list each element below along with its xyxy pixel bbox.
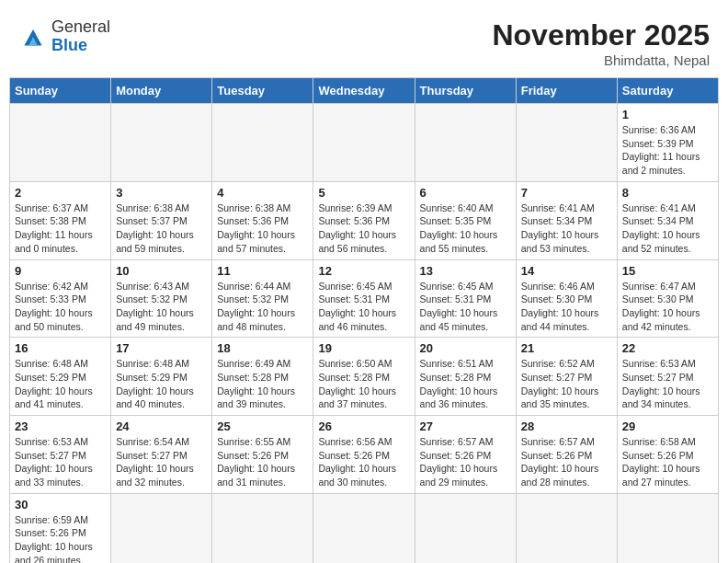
day-info: Sunrise: 6:41 AM Sunset: 5:34 PM Dayligh…	[521, 201, 612, 256]
calendar-day-cell: 29Sunrise: 6:58 AM Sunset: 5:26 PM Dayli…	[617, 416, 718, 494]
calendar-week-row: 16Sunrise: 6:48 AM Sunset: 5:29 PM Dayli…	[10, 338, 719, 416]
calendar-day-cell	[10, 104, 111, 182]
day-number: 22	[622, 341, 713, 355]
day-number: 7	[521, 186, 612, 200]
day-info: Sunrise: 6:42 AM Sunset: 5:33 PM Dayligh…	[15, 280, 106, 334]
logo-icon	[18, 22, 48, 52]
calendar-day-cell	[212, 493, 313, 563]
day-info: Sunrise: 6:52 AM Sunset: 5:27 PM Dayligh…	[521, 357, 612, 411]
calendar-day-cell: 23Sunrise: 6:53 AM Sunset: 5:27 PM Dayli…	[10, 416, 111, 494]
day-number: 9	[15, 264, 106, 278]
calendar-week-row: 1Sunrise: 6:36 AM Sunset: 5:39 PM Daylig…	[10, 104, 719, 182]
calendar-day-cell: 16Sunrise: 6:48 AM Sunset: 5:29 PM Dayli…	[10, 338, 111, 416]
day-info: Sunrise: 6:41 AM Sunset: 5:34 PM Dayligh…	[622, 201, 713, 256]
day-number: 30	[15, 498, 106, 511]
day-number: 29	[622, 419, 713, 433]
title-block: November 2025 Bhimdatta, Nepal	[492, 18, 710, 68]
calendar-day-cell: 21Sunrise: 6:52 AM Sunset: 5:27 PM Dayli…	[516, 338, 617, 416]
calendar-day-cell: 1Sunrise: 6:36 AM Sunset: 5:39 PM Daylig…	[617, 104, 718, 182]
day-number: 16	[15, 341, 106, 355]
calendar-day-cell: 11Sunrise: 6:44 AM Sunset: 5:32 PM Dayli…	[212, 259, 313, 338]
logo-text: General Blue	[51, 18, 110, 55]
page-header: General Blue November 2025 Bhimdatta, Ne…	[9, 9, 719, 73]
calendar-day-cell	[516, 493, 617, 563]
day-number: 11	[217, 264, 308, 278]
day-number: 20	[420, 341, 511, 355]
day-number: 19	[318, 341, 409, 355]
calendar-day-cell: 30Sunrise: 6:59 AM Sunset: 5:26 PM Dayli…	[10, 493, 111, 563]
calendar-day-cell: 4Sunrise: 6:38 AM Sunset: 5:36 PM Daylig…	[212, 181, 313, 259]
calendar-day-cell: 5Sunrise: 6:39 AM Sunset: 5:36 PM Daylig…	[313, 181, 415, 259]
calendar-day-cell: 12Sunrise: 6:45 AM Sunset: 5:31 PM Dayli…	[313, 259, 415, 338]
calendar-day-cell: 6Sunrise: 6:40 AM Sunset: 5:35 PM Daylig…	[415, 181, 516, 259]
calendar-day-cell: 7Sunrise: 6:41 AM Sunset: 5:34 PM Daylig…	[516, 181, 617, 259]
day-info: Sunrise: 6:36 AM Sunset: 5:39 PM Dayligh…	[622, 123, 713, 178]
calendar-day-cell: 18Sunrise: 6:49 AM Sunset: 5:28 PM Dayli…	[212, 338, 313, 416]
calendar-day-cell: 26Sunrise: 6:56 AM Sunset: 5:26 PM Dayli…	[313, 416, 415, 494]
weekday-header-cell: Monday	[111, 78, 212, 104]
day-number: 5	[318, 186, 409, 200]
day-info: Sunrise: 6:49 AM Sunset: 5:28 PM Dayligh…	[217, 357, 308, 411]
weekday-header-cell: Tuesday	[212, 78, 313, 104]
calendar-week-row: 23Sunrise: 6:53 AM Sunset: 5:27 PM Dayli…	[10, 416, 719, 494]
month-title: November 2025	[492, 18, 710, 52]
day-info: Sunrise: 6:53 AM Sunset: 5:27 PM Dayligh…	[622, 357, 713, 411]
day-number: 21	[521, 341, 612, 355]
day-info: Sunrise: 6:48 AM Sunset: 5:29 PM Dayligh…	[116, 357, 207, 411]
day-info: Sunrise: 6:57 AM Sunset: 5:26 PM Dayligh…	[521, 435, 612, 489]
weekday-header-cell: Friday	[516, 78, 617, 104]
day-number: 24	[116, 419, 207, 433]
day-number: 2	[15, 186, 106, 200]
day-info: Sunrise: 6:38 AM Sunset: 5:36 PM Dayligh…	[217, 201, 308, 256]
day-info: Sunrise: 6:51 AM Sunset: 5:28 PM Dayligh…	[420, 357, 511, 411]
weekday-header-cell: Wednesday	[313, 78, 415, 104]
calendar-day-cell	[415, 493, 516, 563]
weekday-header-cell: Sunday	[10, 78, 111, 104]
logo: General Blue	[18, 18, 110, 55]
weekday-header-cell: Saturday	[617, 78, 718, 104]
day-number: 4	[217, 186, 308, 200]
calendar-day-cell: 20Sunrise: 6:51 AM Sunset: 5:28 PM Dayli…	[415, 338, 516, 416]
day-info: Sunrise: 6:46 AM Sunset: 5:30 PM Dayligh…	[521, 280, 612, 334]
calendar-week-row: 30Sunrise: 6:59 AM Sunset: 5:26 PM Dayli…	[10, 493, 719, 563]
calendar-day-cell	[111, 493, 212, 563]
day-number: 8	[622, 186, 713, 200]
day-info: Sunrise: 6:57 AM Sunset: 5:26 PM Dayligh…	[420, 435, 511, 489]
calendar-day-cell: 15Sunrise: 6:47 AM Sunset: 5:30 PM Dayli…	[617, 259, 718, 338]
weekday-header-cell: Thursday	[415, 78, 516, 104]
calendar-day-cell: 27Sunrise: 6:57 AM Sunset: 5:26 PM Dayli…	[415, 416, 516, 494]
calendar-day-cell	[617, 493, 718, 563]
day-info: Sunrise: 6:50 AM Sunset: 5:28 PM Dayligh…	[318, 357, 409, 411]
calendar-day-cell	[415, 104, 516, 182]
calendar-day-cell: 17Sunrise: 6:48 AM Sunset: 5:29 PM Dayli…	[111, 338, 212, 416]
day-number: 26	[318, 419, 409, 433]
calendar-day-cell	[111, 104, 212, 182]
calendar-day-cell: 9Sunrise: 6:42 AM Sunset: 5:33 PM Daylig…	[10, 259, 111, 338]
calendar-day-cell	[212, 104, 313, 182]
day-number: 6	[420, 186, 511, 200]
day-number: 13	[420, 264, 511, 278]
calendar-body: 1Sunrise: 6:36 AM Sunset: 5:39 PM Daylig…	[10, 104, 719, 564]
calendar-day-cell: 10Sunrise: 6:43 AM Sunset: 5:32 PM Dayli…	[111, 259, 212, 338]
day-number: 18	[217, 341, 308, 355]
calendar-day-cell: 2Sunrise: 6:37 AM Sunset: 5:38 PM Daylig…	[10, 181, 111, 259]
day-info: Sunrise: 6:54 AM Sunset: 5:27 PM Dayligh…	[116, 435, 207, 489]
day-number: 10	[116, 264, 207, 278]
weekday-header-row: SundayMondayTuesdayWednesdayThursdayFrid…	[10, 78, 719, 104]
day-info: Sunrise: 6:58 AM Sunset: 5:26 PM Dayligh…	[622, 435, 713, 489]
calendar-day-cell: 25Sunrise: 6:55 AM Sunset: 5:26 PM Dayli…	[212, 416, 313, 494]
calendar-day-cell: 3Sunrise: 6:38 AM Sunset: 5:37 PM Daylig…	[111, 181, 212, 259]
day-info: Sunrise: 6:45 AM Sunset: 5:31 PM Dayligh…	[420, 280, 511, 334]
day-number: 23	[15, 419, 106, 433]
calendar-day-cell	[516, 104, 617, 182]
day-number: 14	[521, 264, 612, 278]
day-info: Sunrise: 6:45 AM Sunset: 5:31 PM Dayligh…	[318, 280, 409, 334]
day-info: Sunrise: 6:40 AM Sunset: 5:35 PM Dayligh…	[420, 201, 511, 256]
calendar-table: SundayMondayTuesdayWednesdayThursdayFrid…	[9, 77, 719, 563]
day-number: 27	[420, 419, 511, 433]
logo-blue-text: Blue	[51, 36, 87, 54]
location: Bhimdatta, Nepal	[492, 52, 710, 68]
calendar-day-cell: 13Sunrise: 6:45 AM Sunset: 5:31 PM Dayli…	[415, 259, 516, 338]
day-number: 28	[521, 419, 612, 433]
day-number: 3	[116, 186, 207, 200]
